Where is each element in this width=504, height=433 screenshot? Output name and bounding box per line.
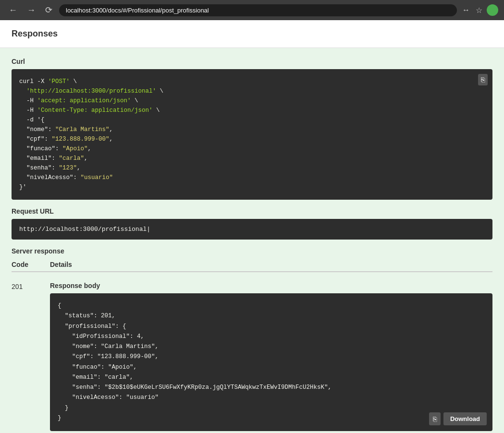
rb-line-8: "email": "carla",	[58, 373, 485, 383]
response-code-201: 201	[12, 282, 50, 290]
curl-line-2: 'http://localhost:3000/profissional' \	[19, 86, 485, 96]
address-bar[interactable]	[59, 4, 457, 16]
table-divider	[12, 272, 492, 272]
url-cursor	[147, 226, 150, 233]
response-row-201: 201 Response body { "status": 201, "prof…	[12, 276, 492, 433]
response-body-label: Response body	[50, 282, 492, 289]
response-body-block: { "status": 201, "profissional": { "idPr…	[50, 293, 492, 431]
curl-line-7: "cpf": "123.888.999-00",	[19, 134, 485, 144]
rb-line-2: "status": 201,	[58, 311, 485, 321]
curl-line-8: "funcao": "Apoio",	[19, 144, 485, 154]
response-table-header: Code Details	[12, 258, 492, 272]
curl-line-5: -d '{	[19, 115, 485, 125]
rb-line-11: }	[58, 403, 485, 413]
response-actions: ⎘ Download	[429, 412, 487, 425]
main-area: Curl ⎘ curl -X 'POST' \ 'http://localhos…	[0, 48, 504, 433]
col-details-header: Details	[50, 261, 72, 268]
curl-line-3: -H 'accept: application/json' \	[19, 96, 485, 106]
col-code-header: Code	[12, 261, 50, 268]
curl-code-block: ⎘ curl -X 'POST' \ 'http://localhost:300…	[12, 69, 492, 200]
request-url-text: http://localhost:3000/profissional	[19, 226, 147, 233]
rb-line-9: "senha": "$2b$10$eUKGeLrSU6FwXfyKRp0za.j…	[58, 383, 485, 393]
curl-copy-button[interactable]: ⎘	[478, 74, 488, 85]
browser-chrome: ← → ⟳ ↔ ☆	[0, 0, 504, 20]
request-url-block: http://localhost:3000/profissional	[12, 219, 492, 240]
curl-line-10: "senha": "123",	[19, 163, 485, 173]
response-details: Response body { "status": 201, "profissi…	[50, 282, 492, 433]
bookmark-icon[interactable]: ☆	[474, 4, 484, 16]
rb-line-6: "cpf": "123.888.999-00",	[58, 352, 485, 362]
rb-line-4: "idProfissional": 4,	[58, 332, 485, 342]
user-avatar	[487, 4, 498, 16]
rb-line-12: }	[58, 413, 485, 423]
rb-line-1: {	[58, 301, 485, 311]
server-response-label: Server response	[12, 247, 492, 255]
browser-icons: ↔ ☆	[461, 4, 498, 16]
responses-heading: Responses	[12, 29, 492, 39]
responses-section-header: Responses	[0, 20, 504, 48]
curl-line-11: "nivelAcesso": "usuario"	[19, 173, 485, 182]
rb-line-3: "profissional": {	[58, 322, 485, 332]
back-button[interactable]: ←	[6, 4, 20, 16]
page-content: Responses Curl ⎘ curl -X 'POST' \ 'http:…	[0, 20, 504, 433]
response-copy-button[interactable]: ⎘	[429, 412, 441, 425]
refresh-button[interactable]: ⟳	[42, 4, 55, 16]
curl-line-12: }'	[19, 182, 485, 192]
rb-line-5: "nome": "Carla Martins",	[58, 342, 485, 352]
curl-line-1: curl -X 'POST' \	[19, 77, 485, 86]
rb-line-10: "nivelAcesso": "usuario"	[58, 393, 485, 403]
curl-line-6: "nome": "Carla Martins",	[19, 125, 485, 134]
curl-line-4: -H 'Content-Type: application/json' \	[19, 106, 485, 115]
rb-line-7: "funcao": "Apoio",	[58, 362, 485, 373]
forward-button[interactable]: →	[24, 4, 38, 16]
download-button[interactable]: Download	[443, 412, 487, 425]
translate-icon[interactable]: ↔	[461, 4, 471, 16]
curl-label: Curl	[12, 58, 492, 65]
server-response-section: Server response Code Details 201 Respons…	[12, 247, 492, 433]
curl-line-9: "email": "carla",	[19, 154, 485, 163]
request-url-label: Request URL	[12, 207, 492, 215]
